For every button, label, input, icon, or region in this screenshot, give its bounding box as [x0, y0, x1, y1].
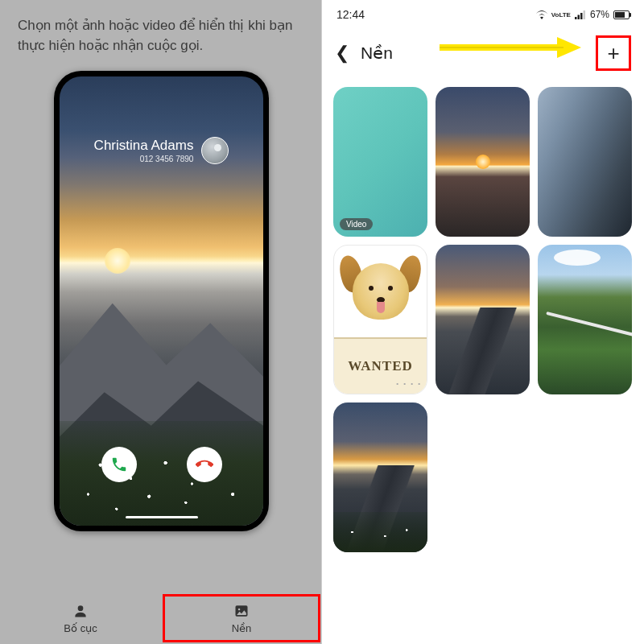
svg-rect-9	[583, 10, 585, 19]
person-icon	[72, 603, 89, 619]
bg-thumb-2[interactable]	[436, 87, 530, 237]
video-badge: Video	[340, 218, 373, 230]
tab-layout[interactable]: Bố cục	[0, 592, 161, 644]
status-time: 12:44	[336, 8, 365, 21]
phone-preview-screen: Christina Adams 012 3456 7890	[60, 76, 263, 526]
left-screenshot: Chọn một ảnh hoặc video để hiển thị khi …	[0, 0, 322, 644]
page-dots: • • • •	[396, 380, 422, 387]
right-screenshot: 12:44 VoLTE 67% ❮ Nền + Video	[322, 0, 644, 644]
caller-info: Christina Adams 012 3456 7890	[60, 137, 263, 164]
wanted-sign-text: WANTED	[348, 358, 413, 374]
phone-accept-icon	[110, 456, 128, 473]
bg-thumb-7[interactable]	[333, 402, 427, 552]
instruction-text: Chọn một ảnh hoặc video để hiển thị khi …	[0, 0, 322, 62]
highlight-box-add: +	[596, 35, 631, 71]
caller-number: 012 3456 7890	[94, 155, 194, 163]
accept-call-button[interactable]	[101, 447, 137, 482]
battery-percent: 67%	[590, 9, 609, 20]
bg-thumb-1[interactable]: Video	[333, 87, 427, 237]
svg-rect-6	[575, 17, 577, 19]
bg-thumb-5[interactable]	[436, 245, 530, 394]
gesture-handle	[126, 516, 198, 518]
page-title: Nền	[361, 43, 393, 63]
annotation-arrow-icon	[436, 35, 581, 60]
caller-avatar	[201, 137, 229, 164]
svg-point-0	[78, 605, 84, 611]
svg-rect-7	[577, 14, 580, 19]
tab-layout-label: Bố cục	[64, 622, 97, 634]
highlight-box-left	[163, 594, 320, 642]
bg-thumb-4[interactable]: WANTED • • • •	[333, 245, 427, 394]
caller-name: Christina Adams	[94, 138, 194, 154]
call-buttons-row	[60, 447, 263, 482]
battery-icon	[613, 10, 630, 19]
phone-preview-frame: Christina Adams 012 3456 7890	[54, 71, 269, 531]
add-button[interactable]: +	[607, 41, 619, 66]
decline-call-button[interactable]	[187, 447, 222, 482]
sun-graphic	[105, 248, 130, 274]
back-button[interactable]: ❮	[335, 43, 349, 64]
status-bar: 12:44 VoLTE 67%	[322, 0, 644, 24]
svg-rect-8	[580, 13, 583, 19]
signal-icon	[575, 10, 586, 19]
bg-thumb-3[interactable]	[538, 87, 632, 237]
lte-indicator: VoLTE	[551, 11, 571, 19]
wifi-icon	[536, 10, 547, 19]
background-grid: Video WANTED • • • •	[322, 79, 644, 560]
phone-decline-icon	[196, 456, 213, 473]
bg-thumb-6[interactable]	[538, 245, 632, 394]
